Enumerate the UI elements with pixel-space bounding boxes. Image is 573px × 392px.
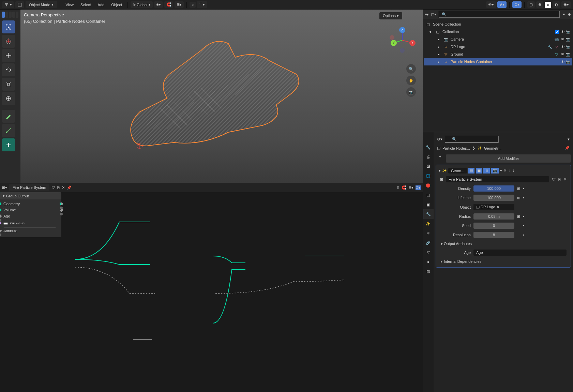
tab-collection[interactable]: ▢ — [423, 190, 434, 200]
select-intersect-icon[interactable] — [16, 12, 18, 18]
viewport-canvas[interactable]: Camera Perspective (65) Collection | Par… — [20, 10, 423, 183]
zoom-icon[interactable]: 🔍 — [406, 64, 416, 74]
mode-selector[interactable]: Object Mode ▾ — [26, 1, 57, 8]
add-icon[interactable]: + — [436, 152, 444, 165]
tab-particles[interactable]: ✨ — [423, 219, 434, 228]
node-editor[interactable]: ⊞▾ Fire Particle System 🛡 ⎘ ✕ 📌 ⬆ 🧲 ⊞▾ ⊙… — [0, 183, 423, 392]
outliner-item-ground[interactable]: ▸▽Ground ▽ 👁 📷 — [424, 50, 572, 58]
outliner-display-icon[interactable]: ▢▾ — [431, 12, 436, 17]
pan-icon[interactable]: ✋ — [406, 76, 416, 85]
rotate-tool[interactable] — [2, 63, 15, 76]
unlink-icon[interactable]: ✕ — [62, 185, 65, 190]
outliner-mode-icon[interactable]: ≡▾ — [425, 12, 429, 17]
shield-icon[interactable]: 🛡 — [51, 185, 55, 190]
outliner-search[interactable] — [438, 11, 560, 18]
parent-icon[interactable]: ⬆ — [396, 185, 399, 190]
measure-tool[interactable] — [2, 124, 15, 137]
editor-type-icon[interactable]: ▾ — [2, 1, 14, 8]
mod-render-icon[interactable]: 📷 — [491, 168, 499, 174]
tab-output[interactable]: 🖨 — [423, 152, 434, 162]
resolution-field[interactable]: 8 — [473, 232, 514, 238]
mod-close-icon[interactable]: ✕ — [503, 168, 507, 173]
matprev-icon[interactable]: ◐ — [553, 1, 560, 8]
xray-icon[interactable]: ▢ — [527, 1, 535, 8]
snap-node-type-icon[interactable]: ⊞▾ — [408, 185, 413, 190]
add-modifier-button[interactable]: Add Modifier — [446, 154, 571, 163]
seed-field[interactable]: 0 — [473, 223, 514, 229]
scene-collection[interactable]: ▢Scene Collection — [424, 20, 572, 28]
select-invert-icon[interactable] — [12, 12, 15, 18]
breadcrumb[interactable]: ▢Particle Nodes...❯ ✨Geometr... 📌 — [436, 144, 571, 152]
output-attributes-section[interactable]: ▾ Output Attributes — [438, 240, 569, 247]
select-extend-icon[interactable] — [5, 12, 8, 18]
density-field[interactable]: 100.000 — [473, 185, 514, 192]
mode-icon[interactable] — [15, 1, 24, 8]
select-tool[interactable] — [2, 20, 15, 33]
pin-icon[interactable]: 📌 — [67, 185, 72, 190]
snap-node-icon[interactable]: 🧲 — [402, 185, 406, 190]
solid-shading-icon[interactable]: ● — [545, 2, 551, 8]
mod-editmode-icon[interactable]: ▣ — [476, 168, 482, 174]
wireframe-icon[interactable]: ⊕ — [536, 1, 543, 8]
rendered-icon[interactable]: ◉▾ — [561, 1, 571, 8]
navigation-gizmo[interactable]: X Y Z — [389, 27, 416, 54]
tab-scene[interactable]: 🌐 — [423, 171, 434, 181]
properties-search[interactable] — [444, 135, 499, 143]
age-field[interactable]: Age — [473, 250, 567, 256]
internal-deps-section[interactable]: ▸ Internal Dependencies — [438, 258, 569, 265]
gizmo-toggle-icon[interactable]: ⬈▾ — [497, 1, 507, 8]
node-tree-name[interactable]: Fire Particle System — [9, 184, 49, 191]
snap-type-icon[interactable]: ⊞▾ — [175, 1, 184, 8]
menu-select[interactable]: Select — [78, 2, 94, 8]
object-field[interactable]: ▢ DP Logo ✕ — [473, 204, 514, 210]
scale-tool[interactable] — [2, 78, 15, 91]
unlink-small-icon[interactable]: ✕ — [563, 177, 567, 182]
visibility-icon[interactable]: 👁▾ — [486, 1, 496, 8]
orientation-selector[interactable]: ⚹ Global ▾ — [131, 1, 153, 8]
tab-constraints[interactable]: 🔗 — [423, 238, 434, 247]
pivot-icon[interactable]: ◈▾ — [154, 1, 163, 8]
overlay-toggle-icon[interactable]: ⊙▾ — [512, 1, 522, 8]
annotate-tool[interactable] — [2, 110, 15, 123]
tab-world[interactable]: 🔴 — [423, 181, 434, 190]
tab-texture[interactable]: ▨ — [423, 267, 434, 276]
menu-view[interactable]: View — [63, 2, 76, 8]
mod-menu-icon[interactable]: ⋮⋮ — [508, 168, 515, 173]
overlay-node-icon[interactable]: ⊙▾ — [416, 185, 421, 190]
node-group-output[interactable]: ▾Group Output Geometry Volume Age — [0, 192, 60, 223]
mod-viewport-icon[interactable]: 🖥 — [483, 168, 490, 174]
node-editor-type-icon[interactable]: ⊞▾ — [2, 185, 7, 190]
lifetime-field[interactable]: 100.000 — [473, 195, 514, 201]
collection[interactable]: ▾▢Collection 👁 📷 — [424, 28, 572, 35]
mod-extras-icon[interactable]: ▾ — [500, 168, 502, 173]
select-sub-icon[interactable] — [9, 12, 12, 18]
menu-object[interactable]: Object — [108, 2, 125, 8]
tab-modifiers[interactable]: 🔧 — [423, 209, 434, 219]
falloff-icon[interactable]: ⌒▾ — [197, 1, 207, 8]
options-button[interactable]: Options ▾ — [379, 12, 402, 19]
cursor-tool[interactable] — [2, 35, 15, 48]
shield-icon[interactable]: 🛡 — [552, 177, 556, 181]
tab-render[interactable]: 🔧 — [423, 142, 434, 152]
add-tool[interactable] — [2, 138, 15, 151]
tab-view[interactable]: 🖼 — [423, 162, 434, 171]
tab-material[interactable]: ● — [423, 257, 434, 267]
move-tool[interactable] — [2, 49, 15, 62]
fake-user-small-icon[interactable]: ⎘ — [558, 177, 561, 181]
select-box-icon[interactable] — [2, 12, 5, 18]
tab-data[interactable]: ▽ — [423, 247, 434, 257]
new-collection-icon[interactable]: ⊕ — [568, 12, 571, 17]
tab-object[interactable]: ▣ — [423, 200, 434, 209]
mod-realtime-icon[interactable]: ▤ — [468, 168, 474, 174]
prop-options-icon[interactable]: ⚙▾ — [437, 137, 442, 141]
prop-expand-icon[interactable]: ▾ — [568, 137, 570, 141]
outliner-item-dp-logo[interactable]: ▸▽DP Logo 🔧▽ 👁 📷 — [424, 43, 572, 50]
filter-icon[interactable]: ⏷ — [562, 12, 566, 16]
snap-icon[interactable]: 🧲 — [164, 1, 173, 8]
camera-view-icon[interactable]: 📷 — [406, 87, 416, 97]
radius-field[interactable]: 0.05 m — [473, 213, 514, 220]
modifier-name[interactable]: Geom... — [448, 168, 467, 174]
collection-enabled[interactable] — [555, 30, 559, 34]
node-group-selector[interactable]: Fire Particle System — [446, 176, 549, 182]
outliner-item-camera[interactable]: ▸📷Camera 📹 👁 📷 — [424, 35, 572, 43]
